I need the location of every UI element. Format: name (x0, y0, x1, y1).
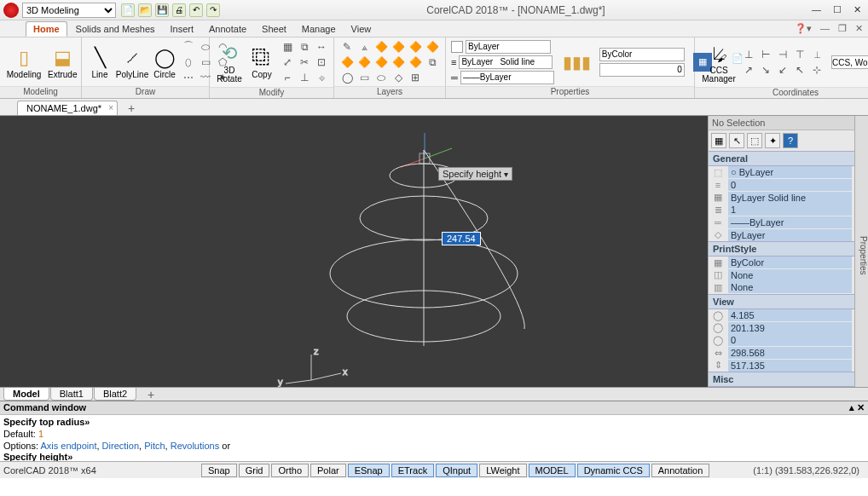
prop-linetype[interactable]: ByLayer Solid line (728, 192, 852, 204)
status-dynccs[interactable]: Dynamic CCS (577, 464, 650, 477)
main-area: z x y Specify height ▾ 247.54 No Selecti… (0, 116, 868, 387)
tab-home[interactable]: Home (26, 21, 67, 37)
layers-icons[interactable]: ✎⟁🔶🔶🔶🔶 🔶🔶🔶🔶🔶⧉ ◯▭⬭◇⊞ (339, 40, 440, 84)
status-model[interactable]: MODEL (529, 464, 576, 477)
status-polar[interactable]: Polar (310, 464, 346, 477)
undo-icon[interactable]: ↶ (189, 3, 203, 17)
svg-line-13 (286, 380, 311, 384)
tab-insert[interactable]: Insert (164, 22, 201, 36)
modify-small-buttons[interactable]: ▦⧉↔⤢✂⊡⌐⊥⟐ (280, 40, 329, 84)
prop-view-y[interactable]: 201.139 (728, 322, 852, 334)
props-tool-2-icon[interactable]: ↖ (729, 133, 744, 148)
window-controls: — ☐ ✕ (812, 4, 861, 15)
layers-stack-icon[interactable]: ▮▮▮ (563, 52, 591, 72)
status-snap[interactable]: Snap (201, 464, 237, 477)
open-icon[interactable]: 📂 (138, 3, 152, 17)
svg-line-11 (311, 373, 341, 380)
ccs-small-buttons[interactable]: ⊥⊢⊣⊤⟂ ↗↘↙↖⊹ (741, 48, 825, 77)
titlebar: 3D Modeling 📄 📂 💾 🖨 ↶ ↷ CorelCAD 2018™ -… (0, 0, 868, 20)
prop-color[interactable]: ○ ByLayer (728, 166, 852, 178)
prop-lineweight[interactable]: ——ByLayer (728, 216, 852, 228)
section-misc[interactable]: Misc (709, 372, 854, 387)
section-view[interactable]: View (709, 294, 854, 309)
status-esnap[interactable]: ESnap (348, 464, 390, 477)
help-icon[interactable]: ❓▾ (795, 23, 812, 34)
status-lweight[interactable]: LWeight (479, 464, 526, 477)
lineweight-input[interactable] (460, 71, 554, 84)
sheet-tab-blatt1[interactable]: Blatt1 (50, 388, 93, 401)
ccs-world-input[interactable] (831, 55, 868, 69)
cmdwin-close-icon[interactable]: ▴ ✕ (849, 402, 865, 413)
doc-close-icon[interactable]: ✕ (855, 23, 863, 34)
status-grid[interactable]: Grid (239, 464, 270, 477)
redo-icon[interactable]: ↷ (206, 3, 220, 17)
properties-sidebar-tab[interactable]: Properties (854, 116, 868, 387)
extrude-button[interactable]: ⬓Extrude (46, 43, 78, 81)
group-modify-label: Modify (210, 87, 333, 98)
close-button[interactable]: ✕ (854, 4, 861, 15)
new-tab-button[interactable]: + (123, 101, 140, 115)
tab-solids[interactable]: Solids and Meshes (69, 22, 162, 36)
status-qinput[interactable]: QInput (436, 464, 477, 477)
doc-minimize-icon[interactable]: — (820, 23, 830, 34)
tab-annotate[interactable]: Annotate (202, 22, 253, 36)
prop-print-table[interactable]: None (728, 281, 852, 293)
linetype-input[interactable] (459, 55, 553, 69)
workspace-select[interactable]: 3D Modeling (22, 3, 116, 18)
prop-value-input[interactable] (599, 63, 685, 77)
doc-tab-label: NONAME_1.dwg* (26, 103, 101, 113)
prop-view-w[interactable]: 298.568 (728, 347, 852, 359)
copy-button[interactable]: ⿻Copy (247, 43, 276, 81)
close-tab-icon[interactable]: × (108, 103, 113, 112)
print-icon[interactable]: 🖨 (172, 3, 186, 17)
color-swatch-icon[interactable] (451, 41, 463, 53)
props-header: No Selection (709, 116, 854, 130)
prop-view-x[interactable]: 4.185 (728, 309, 852, 321)
prop-transparency[interactable]: ByLayer (728, 229, 852, 241)
rotate3d-button[interactable]: ⟲3D Rotate (215, 39, 244, 85)
modeling-button[interactable]: ▯Modeling (5, 43, 43, 81)
status-etrack[interactable]: ETrack (391, 464, 434, 477)
command-window: Command window▴ ✕ Specify top radius» De… (0, 401, 868, 461)
props-toolbar: ▦ ↖ ⬚ ✦ ? (709, 130, 854, 151)
section-printstyle[interactable]: PrintStyle (709, 241, 854, 257)
prop-view-z[interactable]: 0 (728, 334, 852, 346)
bycolor-input[interactable] (599, 48, 685, 61)
lineweight-icon: ═ (451, 72, 458, 83)
prop-scale[interactable]: 1 (728, 204, 852, 216)
sheet-tab-model[interactable]: Model (3, 388, 49, 401)
tab-sheet[interactable]: Sheet (255, 22, 293, 36)
status-ortho[interactable]: Ortho (271, 464, 309, 477)
sheet-tab-blatt2[interactable]: Blatt2 (94, 388, 136, 401)
section-general[interactable]: General (709, 151, 854, 166)
minimize-button[interactable]: — (812, 4, 821, 15)
polyline-button[interactable]: ⟋PolyLine (116, 43, 148, 81)
props-tool-4-icon[interactable]: ✦ (765, 133, 780, 148)
line-button[interactable]: ╲Line (87, 43, 113, 81)
cmdwin-title: Command window (3, 402, 86, 413)
ccs-manager-button[interactable]: ⟀CCS Manager (700, 39, 738, 85)
tab-view[interactable]: View (344, 22, 379, 36)
add-sheet-button[interactable]: + (142, 388, 159, 401)
save-icon[interactable]: 💾 (155, 3, 169, 17)
props-tool-3-icon[interactable]: ⬚ (747, 133, 762, 148)
props-tool-1-icon[interactable]: ▦ (711, 133, 726, 148)
circle-button[interactable]: ◯Circle (152, 43, 177, 81)
svg-text:z: z (314, 346, 319, 356)
prop-layer[interactable]: 0 (728, 179, 852, 191)
prop-view-h[interactable]: 517.135 (728, 360, 852, 372)
prop-print-color[interactable]: ByColor (728, 257, 852, 268)
maximize-button[interactable]: ☐ (833, 4, 842, 15)
doc-restore-icon[interactable]: ❐ (838, 23, 847, 34)
command-output[interactable]: Specify top radius» Default: 1 Options: … (0, 415, 868, 461)
prop-print-style[interactable]: None (728, 269, 852, 281)
quick-access-toolbar: 📄 📂 💾 🖨 ↶ ↷ (121, 3, 220, 17)
tab-manage[interactable]: Manage (295, 22, 343, 36)
color-input[interactable] (466, 40, 551, 54)
document-tab[interactable]: NONAME_1.dwg*× (17, 101, 118, 115)
props-help-icon[interactable]: ? (783, 133, 798, 148)
viewport[interactable]: z x y Specify height ▾ 247.54 (0, 116, 708, 387)
new-icon[interactable]: 📄 (121, 3, 135, 17)
status-annotation[interactable]: Annotation (651, 464, 710, 477)
value-input-box[interactable]: 247.54 (442, 232, 481, 245)
